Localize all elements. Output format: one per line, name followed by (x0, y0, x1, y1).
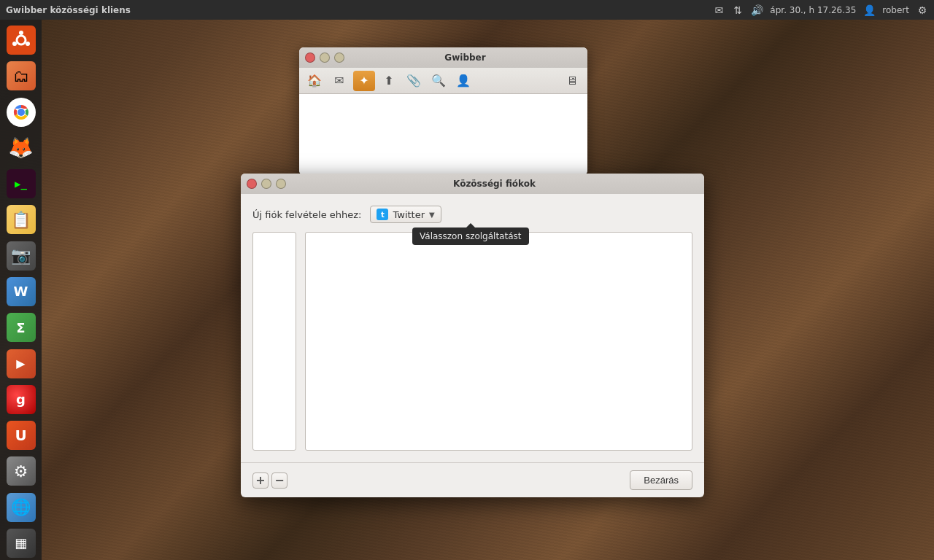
datetime: ápr. 30., h 17.26.35 (770, 5, 856, 15)
gwibber-content (299, 94, 587, 175)
sidebar: 🗂 🦊 ▶_ 📋 📷 W Σ ▶ g U ⚙ 🌐 ▦ (0, 20, 42, 560)
twitter-icon: t (377, 209, 388, 220)
username: robert (882, 5, 909, 15)
files-icon: 🗂 (7, 61, 36, 90)
chevron-down-icon: ▼ (429, 211, 435, 219)
svg-point-2 (19, 31, 23, 35)
sidebar-item-notes[interactable]: 📋 (4, 203, 39, 236)
firefox-icon: 🦊 (7, 133, 36, 163)
mail-icon[interactable]: ✉ (713, 4, 725, 16)
ubuntu-one-icon: U (7, 421, 36, 450)
sidebar-item-impress[interactable]: ▶ (4, 346, 39, 380)
dialog-minimize-button[interactable] (261, 179, 271, 189)
impress-icon: ▶ (7, 349, 36, 378)
sidebar-item-chrome[interactable] (4, 96, 39, 129)
svg-point-4 (12, 42, 17, 46)
ubuntu-icon (7, 26, 36, 55)
service-tooltip: Válasszon szolgáltatást (412, 228, 529, 245)
close-dialog-button[interactable]: Bezárás (630, 470, 692, 490)
svg-point-3 (26, 42, 30, 46)
system-icon[interactable]: ⚙ (916, 4, 928, 16)
top-panel: Gwibber közösségi kliens ✉ ⇅ 🔊 ápr. 30.,… (0, 0, 934, 20)
remove-account-button[interactable]: − (271, 472, 287, 489)
notes-icon: 📋 (7, 205, 36, 234)
sidebar-item-browser[interactable]: 🌐 (4, 490, 39, 524)
dialog-close-button[interactable] (247, 179, 257, 189)
network-icon[interactable]: ⇅ (732, 4, 744, 16)
sidebar-item-ubuntu-one[interactable]: U (4, 419, 39, 452)
user-icon[interactable]: 👤 (863, 4, 875, 16)
calc-icon: Σ (7, 313, 36, 342)
sidebar-item-settings[interactable]: ⚙ (4, 454, 39, 488)
new-account-label: Új fiók felvétele ehhez: (252, 209, 361, 220)
gwibber-search-button[interactable]: 🔍 (428, 71, 449, 91)
svg-point-8 (18, 109, 25, 116)
dialog-actions: + − Bezárás (241, 462, 704, 497)
gwibber-icon: g (7, 385, 36, 414)
browser-icon: 🌐 (7, 493, 36, 522)
workspace-icon: ▦ (7, 529, 36, 558)
sidebar-item-files[interactable]: 🗂 (4, 59, 39, 93)
app-title: Gwibber közösségi kliens (6, 5, 131, 15)
sidebar-item-camera[interactable]: 📷 (4, 239, 39, 273)
gwibber-maximize-button[interactable] (334, 52, 344, 63)
accounts-main (305, 232, 692, 451)
add-remove-buttons: + − (252, 472, 287, 489)
gwibber-minimize-button[interactable] (320, 52, 330, 63)
accounts-list (252, 232, 296, 451)
sidebar-item-workspace[interactable]: ▦ (4, 526, 39, 560)
add-account-button[interactable]: + (252, 472, 269, 489)
sidebar-item-terminal[interactable]: ▶_ (4, 167, 39, 201)
gwibber-close-button[interactable] (305, 52, 315, 63)
gwibber-titlebar: Gwibber (299, 47, 587, 68)
sidebar-item-firefox[interactable]: 🦊 (4, 131, 39, 165)
gwibber-user-button[interactable]: 👤 (452, 71, 474, 91)
social-accounts-dialog: Közösségi fiókok Új fiók felvétele ehhez… (241, 174, 704, 497)
gwibber-mail-button[interactable]: ✉ (328, 71, 350, 91)
terminal-icon: ▶_ (7, 169, 36, 198)
gwibber-toolbar: 🏠 ✉ ✦ ⬆ 📎 🔍 👤 🖥 (299, 68, 587, 94)
service-selection-row: Új fiók felvétele ehhez: t Twitter ▼ (252, 206, 692, 223)
service-dropdown[interactable]: t Twitter ▼ (370, 206, 441, 223)
dialog-maximize-button[interactable] (276, 179, 286, 189)
gwibber-compose-button[interactable]: ✦ (353, 71, 375, 91)
dialog-titlebar: Közösségi fiókok (241, 174, 704, 194)
chrome-icon (7, 98, 36, 127)
writer-icon: W (7, 277, 36, 306)
sidebar-item-ubuntu[interactable] (4, 23, 39, 57)
sidebar-item-writer[interactable]: W (4, 275, 39, 308)
dialog-content (252, 232, 692, 451)
gwibber-attach-button[interactable]: 📎 (403, 71, 425, 91)
dialog-title: Közösségi fiókok (290, 179, 698, 189)
panel-right: ✉ ⇅ 🔊 ápr. 30., h 17.26.35 👤 robert ⚙ (713, 4, 928, 16)
sidebar-item-gwibber[interactable]: g (4, 383, 39, 416)
dropdown-value: Twitter (393, 209, 425, 220)
volume-icon[interactable]: 🔊 (751, 4, 763, 16)
settings-icon: ⚙ (7, 456, 36, 486)
sidebar-item-calc[interactable]: Σ (4, 311, 39, 344)
gwibber-monitor-button[interactable]: 🖥 (561, 71, 583, 91)
camera-icon: 📷 (7, 241, 36, 271)
gwibber-title: Gwibber (349, 52, 582, 63)
gwibber-send-button[interactable]: ⬆ (378, 71, 400, 91)
gwibber-window: Gwibber 🏠 ✉ ✦ ⬆ 📎 🔍 👤 🖥 (299, 47, 587, 175)
gwibber-home-button[interactable]: 🏠 (304, 71, 325, 91)
